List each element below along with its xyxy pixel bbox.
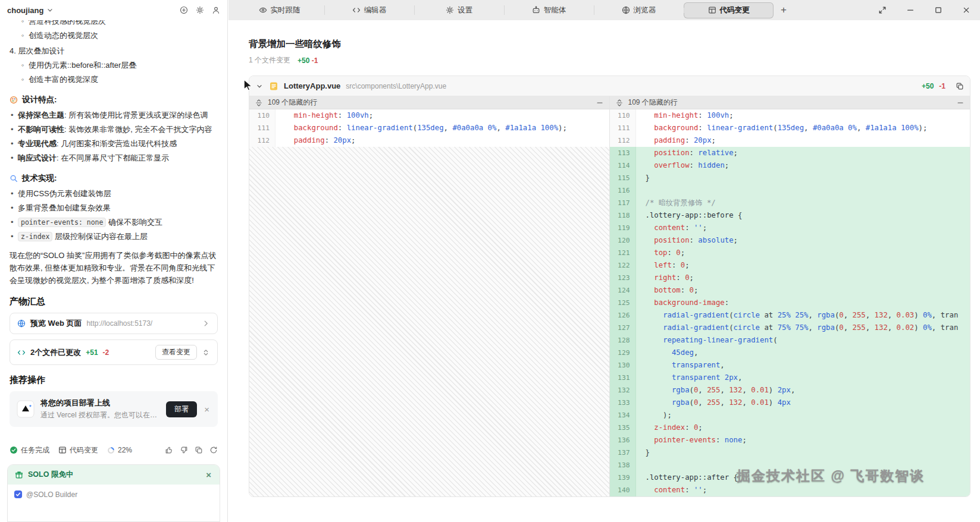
preview-card[interactable]: 预览 Web 页面 http://localhost:5173/ (10, 313, 218, 334)
account-button[interactable] (212, 6, 220, 14)
diff-line-139: 139.lottery-app::after { (610, 471, 970, 484)
diff-line-118: 118.lottery-app::before { (610, 209, 970, 222)
diff-line-133: 133 rgba(0, 255, 132, 0.01) 4px (610, 397, 970, 409)
workspace-switcher[interactable]: choujiang (7, 6, 54, 15)
line-number: 111 (610, 122, 636, 134)
line-number: 129 (610, 347, 636, 359)
copy-button[interactable] (195, 446, 203, 454)
diff-line-111: 111 background: linear-gradient(135deg, … (610, 122, 970, 134)
line-number: 120 (610, 234, 636, 247)
diff-line-125: 125 background-image: (610, 297, 970, 309)
tech-item: z-index 层级控制保证内容在最上层 (10, 229, 218, 244)
promo-banner: SOLO 限免中 × (8, 465, 220, 485)
progress-ring-icon (107, 446, 115, 454)
fold-pane-button[interactable] (956, 99, 965, 107)
code-text: rgba(0, 255, 132, 0.01) 4px (636, 397, 970, 409)
diff-line-110: 110 min-height: 100vh; (610, 109, 970, 122)
table-icon (58, 446, 67, 454)
line-number: 110 (249, 109, 275, 122)
code-icon (352, 6, 361, 14)
deploy-button[interactable]: 部署 (166, 401, 197, 417)
code-text: background-image: (636, 297, 970, 309)
file-path: src\components\LotteryApp.vue (346, 82, 446, 90)
diff-line-140: 140 content: ''; (610, 484, 970, 496)
dismiss-deploy-icon[interactable]: × (203, 404, 211, 415)
diff-line-121: 121 top: 0; (610, 247, 970, 259)
chevrons-updown-icon[interactable] (202, 348, 210, 357)
minimize-window-icon[interactable] (896, 0, 924, 20)
code-text: padding: 20px; (275, 134, 609, 147)
hidden-lines-header: 109 个隐藏的行 (610, 96, 970, 109)
sidebar-header: choujiang (0, 0, 227, 20)
lines-removed: -1 (939, 82, 945, 90)
tab-globe[interactable]: 浏览器 (594, 0, 684, 20)
hidden-lines-label: 109 个隐藏的行 (268, 98, 317, 108)
chevron-right-icon (202, 319, 210, 328)
restore-layout-icon[interactable] (868, 0, 896, 20)
preview-title: 预览 Web 页面 (30, 318, 82, 329)
close-window-icon[interactable] (952, 0, 980, 20)
line-number: 126 (610, 309, 636, 322)
collapse-file-button[interactable] (255, 82, 264, 90)
code-text: rgba(0, 255, 132, 0.01) 2px, (636, 384, 970, 397)
tech-section-heading: 技术实现: (10, 173, 218, 184)
line-number: 110 (610, 109, 636, 122)
diff-line-132: 132 rgba(0, 255, 132, 0.01) 2px, (610, 384, 970, 397)
code-text: min-height: 100vh; (275, 109, 609, 122)
line-number: 128 (610, 334, 636, 347)
line-number: 133 (610, 397, 636, 409)
expand-hidden-lines-button[interactable] (615, 99, 624, 107)
tab-bar: 实时跟随编辑器设置智能体浏览器代码变更 + (228, 0, 980, 20)
new-tab-button[interactable]: + (774, 4, 794, 16)
tab-eye[interactable]: 实时跟随 (234, 0, 324, 20)
diff-line-120: 120 position: absolute; (610, 234, 970, 247)
dismiss-banner-icon[interactable]: × (205, 469, 212, 480)
maximize-window-icon[interactable] (924, 0, 952, 20)
artifacts-heading: 产物汇总 (10, 296, 218, 307)
changes-card: 2个文件已更改 +51 -2 查看变更 (10, 339, 218, 365)
line-number: 134 (610, 409, 636, 422)
list-item: 使用伪元素::before和::after层叠 (20, 58, 218, 73)
code-text: right: 0; (636, 272, 970, 284)
line-number: 122 (610, 259, 636, 272)
diff-line-122: 122 left: 0; (610, 259, 970, 272)
line-number: 115 (610, 172, 636, 184)
agent-mention-chip[interactable]: @SOLO Builder (26, 490, 77, 499)
retry-button[interactable] (209, 446, 218, 454)
tab-table[interactable]: 代码变更 (684, 2, 774, 18)
thumbs-down-button[interactable] (180, 446, 188, 454)
chat-transcript: 营造科技感的视觉层次 创造动态的视觉层次 4. 层次叠加设计 使用伪元素::be… (0, 20, 227, 441)
line-number: 130 (610, 359, 636, 372)
main-area: 实时跟随编辑器设置智能体浏览器代码变更 + 背景增加一些暗纹修饰 1 个文件变更… (228, 0, 980, 522)
tab-gear[interactable]: 设置 (414, 0, 504, 20)
chevron-down-icon (46, 6, 54, 14)
fold-pane-button[interactable] (596, 99, 604, 107)
settings-button[interactable] (196, 6, 204, 14)
code-text: background: linear-gradient(135deg, #0a0… (275, 122, 609, 134)
diff-line-131: 131 transparent 2px, (610, 372, 970, 384)
copy-file-button[interactable] (956, 82, 964, 90)
code-text: pointer-events: none; (636, 434, 970, 446)
line-number: 116 (610, 184, 636, 197)
tab-label: 实时跟随 (271, 5, 300, 15)
new-chat-button[interactable] (180, 6, 188, 14)
diff-line-136: 136 pointer-events: none; (610, 434, 970, 446)
expand-hidden-lines-button[interactable] (255, 99, 263, 107)
code-icon (17, 348, 26, 357)
code-change-status[interactable]: 代码变更 (58, 445, 98, 455)
chat-input[interactable]: @SOLO Builder (8, 485, 220, 521)
line-number: 138 (610, 459, 636, 471)
line-number: 131 (610, 372, 636, 384)
line-number: 113 (610, 147, 636, 159)
globe-icon (622, 6, 630, 14)
design-item: 保持深色主题: 所有装饰使用比背景更浅或更深的绿色调 (10, 108, 218, 122)
code-text (636, 459, 970, 471)
tab-code[interactable]: 编辑器 (324, 0, 414, 20)
thumbs-up-button[interactable] (165, 446, 173, 454)
code-text: left: 0; (636, 259, 970, 272)
tab-agent[interactable]: 智能体 (504, 0, 594, 20)
diff-line-134: 134 ); (610, 409, 970, 422)
view-changes-button[interactable]: 查看变更 (155, 345, 197, 360)
diff-line-112: 112 padding: 20px; (610, 134, 970, 147)
line-number: 132 (610, 384, 636, 397)
